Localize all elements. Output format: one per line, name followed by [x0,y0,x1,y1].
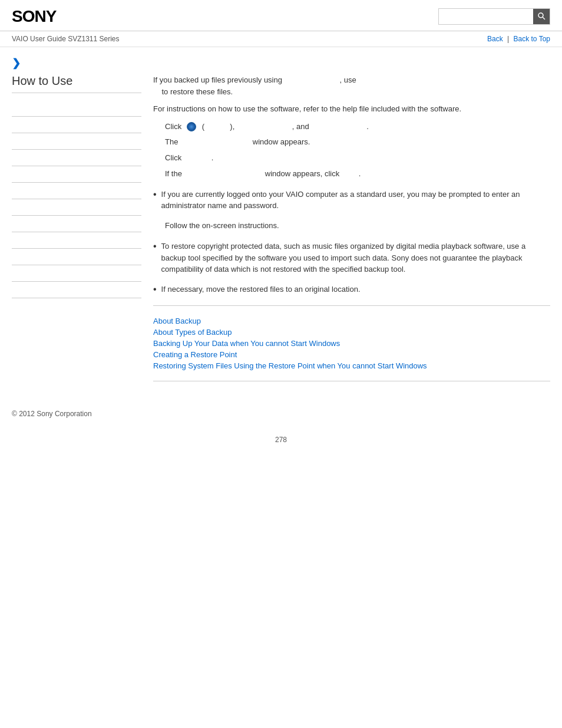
sidebar-title: How to Use [12,74,141,93]
content-area: If you backed up files previously using … [153,74,550,392]
search-input[interactable] [439,9,533,24]
breadcrumb-arrow: ❯ [12,57,21,69]
bullet-item-2: • To restore copyright protected data, s… [153,241,550,275]
list-item[interactable] [12,150,141,166]
related-link-restoring-system[interactable]: Restoring System Files Using the Restore… [153,361,550,370]
intro-instructions: For instructions on how to use the softw… [153,104,461,113]
list-item[interactable] [12,199,141,216]
bullet-section-1: • If you are currently logged onto your … [153,189,550,212]
list-item[interactable] [12,100,141,117]
step-2: The window appears. [165,136,550,149]
back-to-top-link[interactable]: Back to Top [514,35,550,43]
bullet-section-3: • If necessary, move the restored files … [153,284,550,295]
list-item[interactable] [12,265,141,282]
step2-prefix: The [165,137,178,146]
bullet-text-3: If necessary, move the restored files to… [161,284,550,295]
svg-point-0 [538,13,543,18]
bullet-text-1: If you are currently logged onto your VA… [161,189,550,212]
step1-prefix: Click [165,122,181,131]
copyright: © 2012 Sony Corporation [12,410,92,418]
search-icon [537,12,546,22]
list-item[interactable] [12,232,141,249]
related-link-about-types[interactable]: About Types of Backup [153,328,550,337]
bullet-item-1: • If you are currently logged onto your … [153,189,550,212]
back-link[interactable]: Back [487,35,503,43]
intro-text-comma: , use [340,75,356,84]
bullet-dot-3: • [153,285,157,294]
related-link-restore-point[interactable]: Creating a Restore Point [153,350,550,359]
sony-logo: SONY [12,7,56,26]
windows-icon [187,122,196,131]
step3-text: Click [165,153,181,162]
intro-text-2: to restore these files. [161,87,233,96]
related-link-backing-up[interactable]: Backing Up Your Data when You cannot Sta… [153,339,550,348]
step-4: If the window appears, click . [165,168,550,180]
bullet-text-2: To restore copyright protected data, suc… [161,241,550,275]
search-box [438,8,550,25]
step3-period: . [211,153,214,162]
header: SONY [0,0,562,31]
step1-period: . [366,122,369,131]
intro-text-1: If you backed up files previously using [153,75,282,84]
breadcrumb: ❯ [0,47,562,74]
intro-para-2: For instructions on how to use the softw… [153,103,550,115]
content-divider-top [153,305,550,306]
sidebar: How to Use [12,74,141,392]
intro-paragraph: If you backed up files previously using … [153,74,550,97]
step1-paren: ( [202,122,204,131]
list-item[interactable] [12,117,141,133]
step-1: Click ( ), , and . [165,121,550,133]
list-item[interactable] [12,216,141,232]
bullet-item-3: • If necessary, move the restored files … [153,284,550,295]
bullet-dot-2: • [153,242,157,251]
search-button[interactable] [533,9,550,24]
nav-links: Back | Back to Top [487,35,550,43]
main-content: How to Use If you backed up files previo… [0,74,562,392]
list-item[interactable] [12,133,141,150]
step1-paren-close: ), [230,122,234,131]
sub-header: VAIO User Guide SVZ1311 Series Back | Ba… [0,31,562,47]
step-3: Click . [165,152,550,164]
step2-suffix: window appears. [253,137,310,146]
list-item[interactable] [12,166,141,183]
related-links: About Backup About Types of Backup Backi… [153,317,550,370]
list-item[interactable] [12,183,141,199]
nav-separator: | [507,35,509,43]
step1-and: , and [292,122,309,131]
list-item[interactable] [12,282,141,298]
bullet-dot-1: • [153,190,157,199]
step4-prefix: If the [165,169,182,178]
follow-instructions: Follow the on-screen instructions. [165,220,550,232]
footer: © 2012 Sony Corporation [0,392,562,430]
svg-line-1 [543,17,545,19]
step4-middle: window appears, click [265,169,339,178]
guide-title: VAIO User Guide SVZ1311 Series [12,35,120,43]
step4-period: . [359,169,361,178]
page-number: 278 [0,430,562,450]
related-link-about-backup[interactable]: About Backup [153,317,550,325]
bullet-section-2: • To restore copyright protected data, s… [153,241,550,275]
list-item[interactable] [12,249,141,265]
content-divider-bottom [153,381,550,381]
